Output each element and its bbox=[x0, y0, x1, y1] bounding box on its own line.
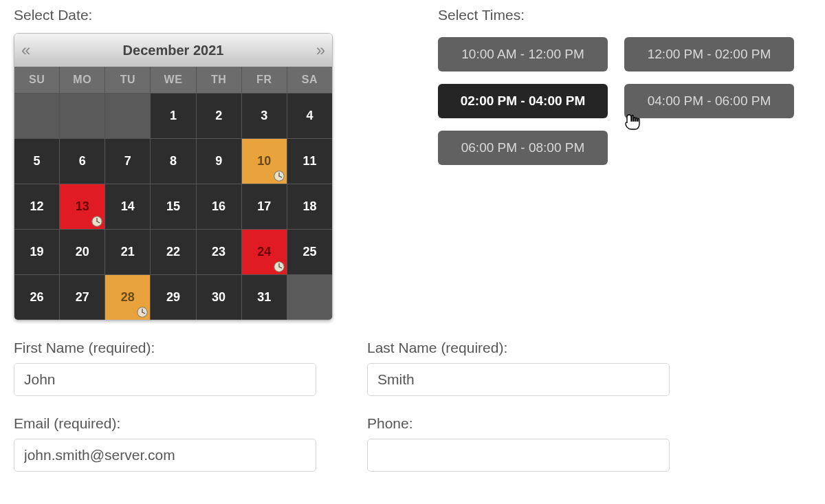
calendar-day-16[interactable]: 16 bbox=[197, 184, 241, 229]
calendar-day-31[interactable]: 31 bbox=[242, 275, 287, 320]
calendar-day-30[interactable]: 30 bbox=[197, 275, 241, 320]
calendar-next-button[interactable]: » bbox=[316, 41, 325, 60]
calendar-day-4[interactable]: 4 bbox=[287, 94, 332, 138]
calendar-day-14[interactable]: 14 bbox=[105, 184, 150, 229]
calendar-day-25[interactable]: 25 bbox=[287, 230, 332, 274]
calendar-day-18[interactable]: 18 bbox=[287, 184, 332, 229]
clock-icon bbox=[273, 170, 285, 182]
calendar-month-title: December 2021 bbox=[123, 43, 224, 58]
calendar-prev-button[interactable]: « bbox=[21, 41, 30, 60]
calendar-dow-header: SU bbox=[14, 67, 59, 93]
first-name-input[interactable] bbox=[14, 363, 316, 396]
timeslot-1[interactable]: 12:00 PM - 02:00 PM bbox=[624, 37, 794, 72]
calendar-day-27[interactable]: 27 bbox=[60, 275, 104, 320]
calendar-day-12[interactable]: 12 bbox=[14, 184, 59, 229]
email-input[interactable] bbox=[14, 439, 316, 472]
calendar-widget: « December 2021 » SUMOTUWETHFRSA12345678… bbox=[14, 33, 333, 320]
calendar-blank-cell bbox=[287, 275, 332, 320]
calendar-day-21[interactable]: 21 bbox=[105, 230, 150, 274]
email-label: Email (required): bbox=[14, 415, 316, 432]
calendar-day-1[interactable]: 1 bbox=[151, 94, 195, 138]
calendar-day-22[interactable]: 22 bbox=[151, 230, 195, 274]
phone-label: Phone: bbox=[367, 415, 670, 432]
calendar-dow-header: FR bbox=[242, 67, 287, 93]
last-name-label: Last Name (required): bbox=[367, 340, 670, 356]
calendar-day-15[interactable]: 15 bbox=[151, 184, 195, 229]
calendar-day-9[interactable]: 9 bbox=[197, 139, 241, 184]
select-times-label: Select Times: bbox=[438, 7, 811, 23]
calendar-day-20[interactable]: 20 bbox=[60, 230, 104, 274]
calendar-day-3[interactable]: 3 bbox=[242, 94, 287, 138]
first-name-label: First Name (required): bbox=[14, 340, 316, 356]
clock-icon bbox=[136, 306, 148, 318]
calendar-day-10[interactable]: 10 bbox=[242, 139, 287, 184]
calendar-day-2[interactable]: 2 bbox=[197, 94, 241, 138]
calendar-blank-cell bbox=[105, 94, 150, 138]
calendar-day-5[interactable]: 5 bbox=[14, 139, 59, 184]
calendar-dow-header: TH bbox=[197, 67, 241, 93]
calendar-dow-header: TU bbox=[105, 67, 150, 93]
last-name-input[interactable] bbox=[367, 363, 670, 396]
calendar-day-26[interactable]: 26 bbox=[14, 275, 59, 320]
timeslot-4[interactable]: 06:00 PM - 08:00 PM bbox=[438, 131, 608, 165]
calendar-day-7[interactable]: 7 bbox=[105, 139, 150, 184]
phone-input[interactable] bbox=[367, 439, 670, 472]
calendar-dow-header: MO bbox=[60, 67, 104, 93]
calendar-day-13[interactable]: 13 bbox=[60, 184, 104, 229]
calendar-day-28[interactable]: 28 bbox=[105, 275, 150, 320]
select-date-label: Select Date: bbox=[14, 7, 387, 23]
calendar-blank-cell bbox=[14, 94, 59, 138]
calendar-day-17[interactable]: 17 bbox=[242, 184, 287, 229]
calendar-day-23[interactable]: 23 bbox=[197, 230, 241, 274]
timeslot-3[interactable]: 04:00 PM - 06:00 PM bbox=[624, 84, 794, 118]
calendar-day-11[interactable]: 11 bbox=[287, 139, 332, 184]
clock-icon bbox=[273, 261, 285, 273]
calendar-day-8[interactable]: 8 bbox=[151, 139, 195, 184]
calendar-dow-header: SA bbox=[287, 67, 332, 93]
timeslot-2[interactable]: 02:00 PM - 04:00 PM bbox=[438, 84, 608, 118]
calendar-blank-cell bbox=[60, 94, 104, 138]
clock-icon bbox=[91, 215, 103, 228]
calendar-day-19[interactable]: 19 bbox=[14, 230, 59, 274]
calendar-day-6[interactable]: 6 bbox=[60, 139, 104, 184]
calendar-header: « December 2021 » bbox=[14, 34, 332, 67]
timeslot-0[interactable]: 10:00 AM - 12:00 PM bbox=[438, 37, 608, 72]
calendar-dow-header: WE bbox=[151, 67, 195, 93]
calendar-day-24[interactable]: 24 bbox=[242, 230, 287, 274]
calendar-day-29[interactable]: 29 bbox=[151, 275, 195, 320]
